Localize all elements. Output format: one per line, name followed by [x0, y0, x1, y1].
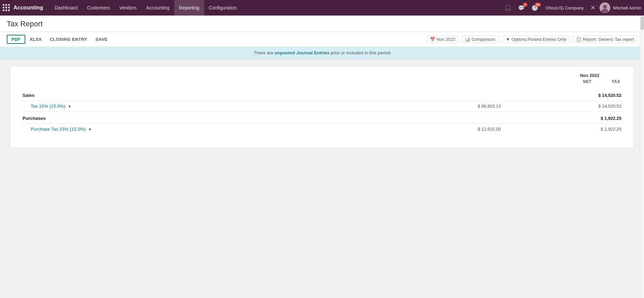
sales-detail-net: $ 96,803.13 — [382, 101, 503, 112]
toolbar: PDF XLSX CLOSING ENTRY SAVE 📅 Nov 2022 📊… — [0, 32, 644, 47]
comparison-filter[interactable]: 📊 Comparison: — [462, 35, 499, 43]
scrollbar-thumb[interactable] — [641, 16, 644, 30]
report-header: Nov 2022 NET TAX — [21, 73, 623, 86]
main-content: Nov 2022 NET TAX Sales $ 14,520.52 Tax 1… — [0, 59, 644, 296]
sales-detail-row: Tax 15% (15.0%) ▼ $ 96,803.13 $ 14,520.5… — [21, 101, 623, 112]
notice-prefix: There are — [254, 50, 275, 55]
clock-badge: 39 — [535, 3, 541, 7]
filter-icon: ▼ — [506, 37, 510, 42]
sales-detail-label[interactable]: Tax 15% (15.0%) ▼ — [21, 101, 382, 112]
xlsx-button[interactable]: XLSX — [26, 35, 45, 44]
chat-badge: 7 — [523, 3, 527, 7]
options-label: Options:Posted Entries Only — [512, 37, 566, 42]
nav-customers[interactable]: Customers — [83, 0, 115, 16]
avatar[interactable] — [600, 2, 610, 13]
purchases-detail-net: $ 12,815.00 — [382, 124, 503, 135]
period-filter[interactable]: 📅 Nov 2022 — [427, 35, 459, 43]
notice-suffix: prior or included in this period — [330, 50, 391, 55]
sales-label: Sales — [21, 89, 382, 101]
purchases-detail-tax: $ 1,922.25 — [503, 124, 623, 135]
apps-grid-icon[interactable] — [3, 4, 10, 11]
company-name[interactable]: Ohio(US) Company — [543, 5, 586, 10]
support-button[interactable]: 🎧 — [502, 3, 513, 12]
page-title: Tax Report — [7, 20, 637, 28]
close-company-button[interactable]: ✕ — [589, 3, 597, 12]
purchases-net-total — [382, 112, 503, 124]
report-label: Report: Generic Tax report — [583, 37, 634, 42]
sales-net-total — [382, 89, 503, 101]
sales-tax-total: $ 14,520.52 — [503, 89, 623, 101]
notice-bar: There are unposted Journal Entries prior… — [0, 47, 644, 59]
top-navigation: Accounting Dashboard Customers Vendors A… — [0, 0, 644, 16]
sales-detail-tax: $ 14,520.52 — [503, 101, 623, 112]
sales-detail-label-text: Tax 15% (15.0%) — [31, 104, 65, 109]
report-icon: 📋 — [576, 37, 581, 42]
topnav-right-area: 🎧 💬 7 🕐 39 Ohio(US) Company ✕ Mitchell A… — [502, 2, 641, 13]
nav-dashboard[interactable]: Dashboard — [50, 0, 83, 16]
main-menu: Dashboard Customers Vendors Accounting R… — [50, 0, 502, 16]
comparison-label: Comparison: — [471, 37, 496, 42]
scrollbar-track[interactable] — [640, 16, 644, 296]
options-filter[interactable]: ▼ Options:Posted Entries Only — [503, 35, 570, 43]
calendar-icon: 📅 — [430, 37, 435, 42]
notice-highlight: unposted Journal Entries — [275, 50, 330, 55]
purchases-detail-row: Purchase Tax 15% (15.0%) ▼ $ 12,815.00 $… — [21, 124, 623, 135]
period-label: Nov 2022 — [437, 37, 456, 42]
save-button[interactable]: SAVE — [92, 35, 111, 44]
closing-entry-button[interactable]: CLOSING ENTRY — [46, 35, 91, 44]
report-period-title: Nov 2022 — [559, 73, 620, 78]
pdf-button[interactable]: PDF — [7, 35, 25, 44]
svg-point-0 — [603, 5, 607, 9]
toolbar-filters: 📅 Nov 2022 📊 Comparison: ▼ Options:Poste… — [427, 35, 638, 43]
clock-button[interactable]: 🕐 39 — [529, 3, 540, 12]
sales-dropdown-arrow[interactable]: ▼ — [68, 105, 71, 108]
col-header-net: NET — [583, 79, 591, 84]
purchases-tax-total: $ 1,922.25 — [503, 112, 623, 124]
report-period: Nov 2022 NET TAX — [559, 73, 620, 86]
nav-accounting[interactable]: Accounting — [142, 0, 174, 16]
purchases-label: Purchases — [21, 112, 382, 124]
report-container: Nov 2022 NET TAX Sales $ 14,520.52 Tax 1… — [10, 66, 634, 148]
purchases-detail-label-text: Purchase Tax 15% (15.0%) — [31, 127, 86, 132]
report-col-headers: NET TAX — [559, 79, 620, 84]
chart-icon: 📊 — [465, 37, 470, 42]
nav-configuration[interactable]: Configuration — [204, 0, 242, 16]
report-table: Sales $ 14,520.52 Tax 15% (15.0%) ▼ $ 96… — [21, 89, 623, 134]
purchases-detail-label[interactable]: Purchase Tax 15% (15.0%) ▼ — [21, 124, 382, 135]
page-header: Tax Report — [0, 16, 644, 32]
purchases-dropdown-arrow[interactable]: ▼ — [88, 128, 92, 131]
chat-button[interactable]: 💬 7 — [516, 3, 527, 12]
nav-reporting[interactable]: Reporting — [174, 0, 204, 16]
report-filter[interactable]: 📋 Report: Generic Tax report — [573, 35, 637, 43]
sales-section-row: Sales $ 14,520.52 — [21, 89, 623, 101]
nav-vendors[interactable]: Vendors — [115, 0, 141, 16]
purchases-section-row: Purchases $ 1,922.25 — [21, 112, 623, 124]
svg-point-1 — [602, 9, 608, 13]
username: Mitchell Admin — [613, 5, 641, 10]
col-header-tax: TAX — [612, 79, 620, 84]
brand-name[interactable]: Accounting — [13, 5, 43, 11]
support-icon: 🎧 — [504, 5, 511, 11]
